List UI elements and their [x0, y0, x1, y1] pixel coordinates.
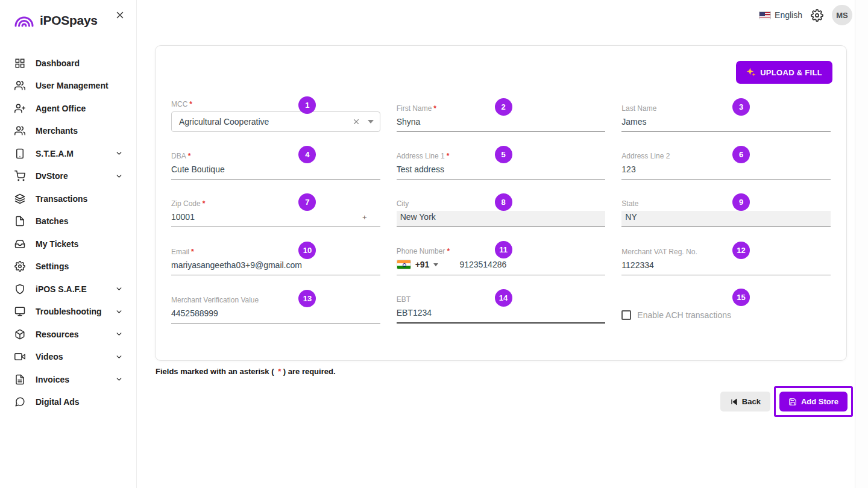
field-address-line-2: 6 Address Line 2 — [621, 152, 831, 180]
annotation-highlight-box: Add Store — [774, 386, 853, 417]
dba-input[interactable] — [171, 163, 380, 180]
sidebar-item-settings[interactable]: Settings — [0, 255, 136, 278]
chevron-down-icon[interactable] — [115, 308, 123, 316]
back-button-label: Back — [742, 397, 761, 406]
sidebar-item-troubleshooting[interactable]: Troubleshooting — [0, 301, 136, 324]
chat-icon — [14, 396, 25, 407]
monitor-icon — [14, 306, 25, 317]
email-input[interactable] — [171, 259, 380, 275]
ebt-input[interactable] — [397, 307, 606, 324]
sidebar-item-agent-office[interactable]: Agent Office — [0, 97, 136, 120]
address-line-2-input[interactable] — [621, 163, 831, 180]
add-store-button[interactable]: Add Store — [779, 392, 848, 411]
form-actions: Back Add Store — [720, 386, 853, 417]
sidebar-item-label: My Tickets — [36, 239, 78, 249]
upload-and-fill-button[interactable]: UPLOAD & FILL — [736, 61, 832, 84]
annotation-badge-3: 3 — [732, 98, 750, 116]
enable-ach-checkbox[interactable]: Enable ACH transactions — [621, 310, 831, 324]
sidebar-item-dashboard[interactable]: Dashboard — [0, 52, 136, 75]
last-name-input[interactable] — [621, 116, 831, 132]
field-email: 10 Email* — [171, 248, 380, 275]
sidebar-item-user-management[interactable]: User Management — [0, 75, 136, 98]
close-icon[interactable] — [115, 10, 125, 23]
sidebar: iPOSpays Dashboard User Management Agent… — [0, 0, 137, 488]
settings-gear-icon[interactable] — [811, 9, 823, 22]
sidebar-item-ipos-safe[interactable]: iPOS S.A.F.E — [0, 278, 136, 301]
file-icon — [14, 216, 25, 227]
brand-name: iPOSpays — [40, 13, 98, 28]
header-actions: English MS — [759, 5, 852, 25]
field-city: 8 City — [397, 199, 606, 227]
chevron-down-icon[interactable] — [115, 285, 123, 293]
sidebar-item-label: Merchants — [36, 126, 78, 136]
zip-plus-icon[interactable]: + — [362, 213, 367, 222]
upload-button-label: UPLOAD & FILL — [760, 68, 822, 77]
sidebar-item-label: Troubleshooting — [36, 307, 102, 316]
first-name-input[interactable] — [397, 116, 606, 132]
field-enable-ach: 15 Enable ACH transactions — [621, 310, 831, 324]
chevron-down-icon[interactable] — [115, 149, 123, 157]
sidebar-item-merchants[interactable]: Merchants — [0, 120, 136, 143]
annotation-badge-10: 10 — [298, 242, 316, 259]
users-icon — [14, 125, 25, 136]
annotation-badge-4: 4 — [298, 146, 316, 163]
clear-icon[interactable] — [352, 117, 360, 126]
chevron-down-icon[interactable] — [115, 172, 123, 180]
field-dba: 4 DBA* — [171, 152, 380, 180]
annotation-badge-6: 6 — [732, 146, 750, 163]
sparkle-icon — [746, 67, 756, 77]
annotation-badge-15: 15 — [732, 289, 750, 306]
zip-code-input[interactable] — [171, 211, 380, 227]
address-line-1-input[interactable] — [397, 163, 606, 180]
state-input — [621, 211, 831, 227]
sidebar-nav: Dashboard User Management Agent Office M… — [0, 52, 136, 413]
back-button[interactable]: Back — [720, 392, 770, 411]
annotation-badge-7: 7 — [298, 193, 316, 211]
sidebar-item-digital-ads[interactable]: Digital Ads — [0, 391, 136, 414]
inbox-icon — [14, 239, 25, 249]
merchant-vat-input[interactable] — [621, 259, 831, 275]
add-store-form-card: UPLOAD & FILL 1 MCC* Agricultural Cooper… — [155, 45, 847, 361]
sidebar-item-label: Agent Office — [36, 104, 86, 113]
field-merchant-verification-value: 13 Merchant Verification Value — [171, 296, 380, 324]
sidebar-item-label: Digital Ads — [36, 397, 80, 407]
language-selector[interactable]: English — [759, 10, 802, 20]
address-line-2-label: Address Line 2 — [621, 152, 831, 160]
phone-number-input[interactable] — [459, 260, 550, 269]
ipospays-arcs-icon — [13, 14, 35, 27]
chevron-down-icon[interactable] — [115, 353, 123, 361]
language-label: English — [775, 10, 802, 20]
sidebar-item-label: iPOS S.A.F.E — [36, 284, 87, 294]
checkbox-icon[interactable] — [621, 310, 631, 320]
sidebar-item-videos[interactable]: Videos — [0, 346, 136, 369]
sidebar-item-transactions[interactable]: Transactions — [0, 187, 136, 210]
merchant-vat-label: Merchant VAT Reg. No. — [621, 248, 831, 256]
field-mcc: 1 MCC* Agricultural Cooperative — [171, 100, 380, 132]
sidebar-item-invoices[interactable]: Invoices — [0, 368, 136, 391]
zip-code-label: Zip Code* — [171, 199, 380, 208]
country-code-selector[interactable]: +91 — [415, 260, 430, 269]
package-icon — [14, 329, 25, 340]
chevron-down-icon[interactable] — [115, 375, 123, 383]
sidebar-item-resources[interactable]: Resources — [0, 323, 136, 346]
country-code-caret-icon[interactable] — [433, 263, 438, 266]
field-first-name: 2 First Name* — [397, 104, 606, 132]
sidebar-item-label: S.T.E.A.M — [36, 149, 74, 158]
sidebar-item-label: Batches — [36, 216, 68, 226]
dropdown-caret-icon[interactable] — [368, 120, 374, 124]
mcc-select[interactable]: Agricultural Cooperative — [171, 111, 380, 132]
city-input — [397, 211, 606, 227]
sidebar-item-dvstore[interactable]: DvStore — [0, 165, 136, 188]
field-ebt: 14 EBT — [397, 295, 606, 324]
merchant-verification-value-input[interactable] — [171, 307, 380, 324]
annotation-badge-12: 12 — [732, 242, 750, 259]
sidebar-item-steam[interactable]: S.T.E.A.M — [0, 142, 136, 165]
user-avatar[interactable]: MS — [832, 5, 852, 25]
scrollbar[interactable] — [855, 0, 868, 488]
chevron-down-icon[interactable] — [115, 330, 123, 338]
merchant-verification-value-label: Merchant Verification Value — [171, 296, 380, 304]
sidebar-item-my-tickets[interactable]: My Tickets — [0, 233, 136, 255]
state-label: State — [621, 199, 831, 208]
store-form: 1 MCC* Agricultural Cooperative 2 First … — [156, 100, 846, 324]
sidebar-item-batches[interactable]: Batches — [0, 210, 136, 233]
